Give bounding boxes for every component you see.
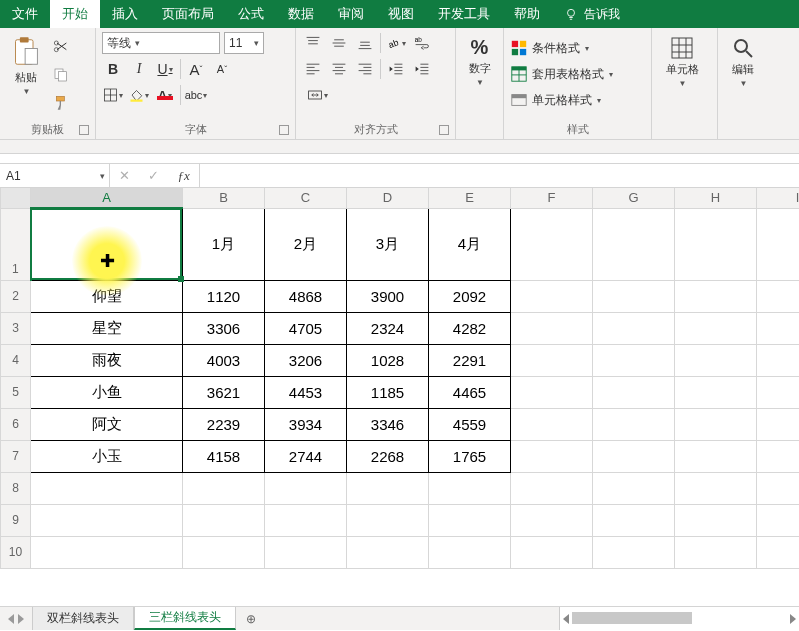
cell[interactable] [429, 536, 511, 568]
row-header[interactable]: 1 [1, 208, 31, 280]
row-header[interactable]: 4 [1, 344, 31, 376]
name-box[interactable]: A1 ▾ [0, 164, 110, 187]
cell[interactable] [593, 504, 675, 536]
row-header[interactable]: 9 [1, 504, 31, 536]
row-header[interactable]: 3 [1, 312, 31, 344]
fill-color-button[interactable]: ▾ [128, 84, 150, 106]
cell[interactable]: 小玉 [31, 440, 183, 472]
find-button[interactable]: 编辑 ▼ [724, 32, 762, 135]
cell[interactable]: 2092 [429, 280, 511, 312]
cell[interactable]: 1185 [347, 376, 429, 408]
tell-me[interactable]: 告诉我 [552, 0, 632, 28]
col-header[interactable]: F [511, 188, 593, 208]
paste-button[interactable]: 粘贴 ▼ [6, 32, 46, 120]
cell[interactable] [757, 376, 800, 408]
cell[interactable] [511, 408, 593, 440]
font-size-combo[interactable]: 11▾ [224, 32, 264, 54]
merge-center-button[interactable]: ▾ [302, 84, 333, 106]
row-header[interactable]: 5 [1, 376, 31, 408]
cell[interactable]: 雨夜 [31, 344, 183, 376]
cells-button[interactable]: 单元格 ▼ [658, 32, 706, 135]
horizontal-scrollbar[interactable] [559, 607, 799, 630]
tab-help[interactable]: 帮助 [502, 0, 552, 28]
tab-formulas[interactable]: 公式 [226, 0, 276, 28]
cell[interactable] [511, 472, 593, 504]
cell[interactable]: 2268 [347, 440, 429, 472]
cell[interactable]: 小鱼 [31, 376, 183, 408]
formula-bar[interactable] [200, 164, 799, 187]
cut-button[interactable] [50, 36, 72, 58]
font-color-button[interactable]: A▾ [154, 84, 176, 106]
cell[interactable] [511, 440, 593, 472]
grow-font-button[interactable]: Aˇ [185, 58, 207, 80]
cell[interactable]: 2291 [429, 344, 511, 376]
cell[interactable] [183, 536, 265, 568]
cell[interactable] [265, 504, 347, 536]
align-bottom-button[interactable] [354, 32, 376, 54]
cell[interactable] [511, 312, 593, 344]
sheet-tab[interactable]: 三栏斜线表头 [134, 607, 236, 630]
tab-home[interactable]: 开始 [50, 0, 100, 28]
cell[interactable] [347, 504, 429, 536]
cell[interactable] [757, 344, 800, 376]
tab-view[interactable]: 视图 [376, 0, 426, 28]
cell[interactable]: 4158 [183, 440, 265, 472]
scrollbar-thumb[interactable] [572, 612, 692, 624]
align-middle-button[interactable] [328, 32, 350, 54]
dialog-launcher-icon[interactable] [79, 125, 89, 135]
cell[interactable] [511, 376, 593, 408]
cell[interactable] [593, 472, 675, 504]
cell[interactable]: 1765 [429, 440, 511, 472]
bold-button[interactable]: B [102, 58, 124, 80]
tab-insert[interactable]: 插入 [100, 0, 150, 28]
dialog-launcher-icon[interactable] [279, 125, 289, 135]
cell[interactable] [757, 504, 800, 536]
cell-styles-button[interactable]: 单元格样式▾ [510, 88, 645, 112]
cell[interactable] [511, 344, 593, 376]
orientation-button[interactable]: ab▾ [385, 32, 407, 54]
cell[interactable] [675, 208, 757, 280]
cell[interactable]: 星空 [31, 312, 183, 344]
cell[interactable] [429, 472, 511, 504]
cell[interactable]: 2324 [347, 312, 429, 344]
cell[interactable] [511, 208, 593, 280]
col-header[interactable]: E [429, 188, 511, 208]
col-header[interactable]: A [31, 188, 183, 208]
italic-button[interactable]: I [128, 58, 150, 80]
cell[interactable] [675, 280, 757, 312]
cell[interactable]: 2月 [265, 208, 347, 280]
cell[interactable] [675, 344, 757, 376]
cancel-edit-button[interactable]: ✕ [119, 168, 130, 183]
confirm-edit-button[interactable]: ✓ [148, 168, 159, 183]
row-header[interactable]: 10 [1, 536, 31, 568]
copy-button[interactable] [50, 64, 72, 86]
fx-button[interactable]: ƒx [178, 168, 190, 184]
cell[interactable] [593, 344, 675, 376]
cell[interactable]: 2744 [265, 440, 347, 472]
add-sheet-button[interactable]: ⊕ [236, 607, 266, 630]
cell[interactable]: 4559 [429, 408, 511, 440]
cell[interactable]: 1028 [347, 344, 429, 376]
cell[interactable]: 4453 [265, 376, 347, 408]
align-top-button[interactable] [302, 32, 324, 54]
tab-pagelayout[interactable]: 页面布局 [150, 0, 226, 28]
cell[interactable] [511, 280, 593, 312]
cell[interactable] [593, 376, 675, 408]
col-header[interactable]: G [593, 188, 675, 208]
cell[interactable]: 3306 [183, 312, 265, 344]
cell[interactable]: 2239 [183, 408, 265, 440]
align-left-button[interactable] [302, 58, 324, 80]
cell[interactable] [183, 504, 265, 536]
cell[interactable]: 3934 [265, 408, 347, 440]
shrink-font-button[interactable]: Aˇ [211, 58, 233, 80]
sheet-nav[interactable] [0, 607, 32, 630]
cell[interactable] [511, 504, 593, 536]
underline-button[interactable]: U▾ [154, 58, 176, 80]
col-header[interactable]: C [265, 188, 347, 208]
cell[interactable] [593, 440, 675, 472]
cell[interactable] [757, 408, 800, 440]
cell[interactable] [347, 472, 429, 504]
conditional-formatting-button[interactable]: 条件格式▾ [510, 36, 645, 60]
cell[interactable] [757, 280, 800, 312]
cell[interactable] [31, 504, 183, 536]
